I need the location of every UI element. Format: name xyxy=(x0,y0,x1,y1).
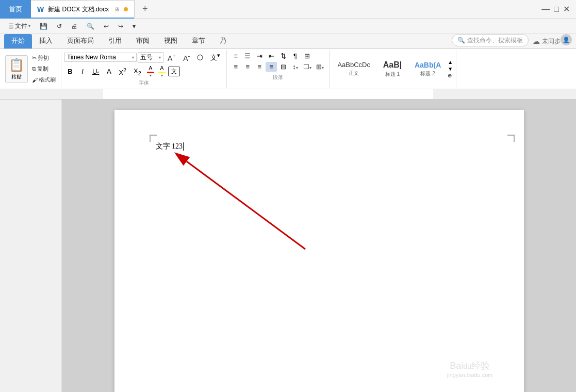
tab-active-bar xyxy=(31,18,134,19)
sync-area: ☁ 未同步 xyxy=(533,34,561,48)
doc-icon: W xyxy=(37,5,44,13)
style-h2[interactable]: AaBb(A 标题 2 xyxy=(410,59,446,79)
text-cursor xyxy=(183,142,184,151)
underline-button[interactable]: U▾ xyxy=(89,67,102,76)
undo2-button[interactable]: ↩ xyxy=(100,22,113,31)
cut-button[interactable]: ✂ 剪切 xyxy=(30,53,58,63)
styles-up-arrow[interactable]: ▲ xyxy=(448,59,453,65)
strikethrough-button[interactable]: A̶ xyxy=(103,67,114,76)
format-painter-icon: 🖌 xyxy=(32,77,38,83)
font-color-button[interactable]: A ▾ xyxy=(145,64,156,78)
align-center-button[interactable]: ≡ xyxy=(242,62,253,72)
corner-top-right xyxy=(507,135,515,142)
minimize-button[interactable]: — xyxy=(541,5,550,14)
highlight-color-button[interactable]: A ▾ xyxy=(157,64,167,78)
maximize-button[interactable]: □ xyxy=(554,5,559,14)
font-size-increase-button[interactable]: A+ xyxy=(164,51,179,63)
tab-reference[interactable]: 引用 xyxy=(101,34,129,48)
more-quick-button[interactable]: ▾ xyxy=(128,22,140,31)
red-arrow-annotation xyxy=(171,151,336,265)
para-border-button[interactable]: ⊞▾ xyxy=(314,62,326,72)
ruler: // Will be done in JS xyxy=(0,89,576,100)
sync-label: 未同步 xyxy=(542,37,561,46)
indent-decrease-button[interactable]: ⇤ xyxy=(266,51,277,61)
align-justify-button[interactable]: ≡ xyxy=(266,62,277,72)
watermark: Baidu经验 jingyan.baidu.com xyxy=(447,360,493,378)
new-tab-button[interactable]: + xyxy=(137,1,153,18)
style-h2-label: 标题 2 xyxy=(420,70,435,77)
numbered-list-button[interactable]: ☰ xyxy=(242,51,253,61)
sort-button[interactable]: ⇅ xyxy=(277,51,289,61)
font-size-arrow: ▾ xyxy=(159,55,161,60)
superscript-button[interactable]: X2 xyxy=(116,66,129,77)
bold-button[interactable]: B xyxy=(64,67,76,76)
search-placeholder: 查找命令、搜索模板 xyxy=(467,36,523,45)
tab-extra[interactable]: 乃 xyxy=(212,34,234,48)
style-normal-preview: AaBbCcDc xyxy=(337,61,370,69)
undo-button[interactable]: ↺ xyxy=(53,22,66,31)
paste-label: 粘贴 xyxy=(11,73,22,80)
tab-layout[interactable]: 页面布局 xyxy=(60,34,101,48)
font-name-select[interactable]: Times New Roma ▾ xyxy=(64,53,137,62)
styles-expand-arrow[interactable]: ⊕ xyxy=(448,73,453,78)
doc-page: 文字 123 Baidu经验 jingyan.baidu.com xyxy=(114,110,524,392)
tab-chapter[interactable]: 章节 xyxy=(185,34,212,48)
doc-area[interactable]: 文字 123 Baidu经验 jingyan.baidu.com xyxy=(62,100,576,392)
title-bar: 首页 W 新建 DOCX 文档.docx 🖥 + — □ ✕ xyxy=(0,0,576,19)
indent-increase-button[interactable]: ⇥ xyxy=(254,51,265,61)
watermark-line1: Baidu经验 xyxy=(447,360,493,372)
tab-doc[interactable]: W 新建 DOCX 文档.docx 🖥 xyxy=(31,0,135,19)
clear-format-button[interactable]: ⬡ xyxy=(194,52,206,62)
column-button[interactable]: ⊟ xyxy=(277,62,289,72)
tab-start[interactable]: 开始 xyxy=(4,34,32,48)
print-preview-button[interactable]: 🔍 xyxy=(83,22,98,31)
doc-title: 新建 DOCX 文档.docx xyxy=(48,5,109,14)
print-button[interactable]: 🖨 xyxy=(67,22,81,31)
svg-line-3 xyxy=(187,161,305,249)
align-left-button[interactable]: ≡ xyxy=(230,62,241,72)
menu-bar: ☰ 文件 ▾ 💾 ↺ 🖨 🔍 ↩ ↪ ▾ xyxy=(0,19,576,34)
phonetic-button[interactable]: 文▾ xyxy=(207,51,223,63)
save-button[interactable]: 💾 xyxy=(36,22,52,31)
copy-icon: ⧉ xyxy=(32,66,36,72)
paste-button[interactable]: 📋 粘贴 xyxy=(5,55,28,83)
close-button[interactable]: ✕ xyxy=(563,4,570,14)
font-name-arrow: ▾ xyxy=(132,55,134,60)
align-right-button[interactable]: ≡ xyxy=(254,62,265,72)
subscript-button[interactable]: X2 xyxy=(130,66,144,77)
styles-down-arrow[interactable]: ▼ xyxy=(448,66,453,72)
copy-button[interactable]: ⧉ 复制 xyxy=(30,64,58,74)
tab-view[interactable]: 视图 xyxy=(157,34,185,48)
font-size-decrease-button[interactable]: A- xyxy=(180,51,193,63)
italic-button[interactable]: I xyxy=(77,67,88,76)
line-spacing-button[interactable]: ↕▾ xyxy=(289,62,301,72)
tab-home[interactable]: 首页 xyxy=(0,0,31,19)
style-h1-label: 标题 1 xyxy=(385,71,400,78)
font-size-select[interactable]: 五号 ▾ xyxy=(138,52,163,63)
format-painter-button[interactable]: 🖌 格式刷 xyxy=(30,75,58,85)
user-avatar[interactable]: 👤 xyxy=(561,34,572,45)
text-border-button[interactable]: 文 xyxy=(168,67,180,76)
style-h1[interactable]: AaB| 标题 1 xyxy=(377,59,408,79)
doc-content[interactable]: 文字 123 xyxy=(156,141,483,347)
cloud-icon: ☁ xyxy=(533,37,540,45)
paragraph-section-label: 段落 xyxy=(230,74,326,81)
tab-insert[interactable]: 插入 xyxy=(32,34,60,48)
ribbon-tabs: 开始 插入 页面布局 引用 审阅 视图 章节 乃 🔍 查找命令、搜索模板 ☁ 未… xyxy=(0,34,576,49)
menu-file[interactable]: ☰ 文件 ▾ xyxy=(4,21,35,31)
watermark-line2: jingyan.baidu.com xyxy=(447,372,493,378)
ruler-inner: // Will be done in JS xyxy=(62,89,576,99)
paragraph-mark-button[interactable]: ¶ xyxy=(289,51,301,61)
search-bar[interactable]: 🔍 查找命令、搜索模板 xyxy=(452,34,529,46)
style-normal[interactable]: AaBbCcDc 正文 xyxy=(333,59,375,78)
redo-button[interactable]: ↪ xyxy=(114,22,127,31)
styles-section: AaBbCcDc 正文 AaB| 标题 1 AaBb(A 标题 2 ▲ ▼ ⊕ xyxy=(330,50,456,88)
bullet-list-button[interactable]: ≡ xyxy=(230,51,241,61)
border-button[interactable]: ⊞ xyxy=(301,51,312,61)
hamburger-icon: ☰ xyxy=(8,23,14,30)
paste-section: 📋 粘贴 ✂ 剪切 ⧉ 复制 🖌 格式刷 xyxy=(2,50,61,88)
unsaved-dot xyxy=(124,7,128,11)
doc-text: 文字 123 xyxy=(156,142,183,151)
shading-button[interactable]: ☐▾ xyxy=(301,62,314,72)
tab-review[interactable]: 审阅 xyxy=(129,34,157,48)
